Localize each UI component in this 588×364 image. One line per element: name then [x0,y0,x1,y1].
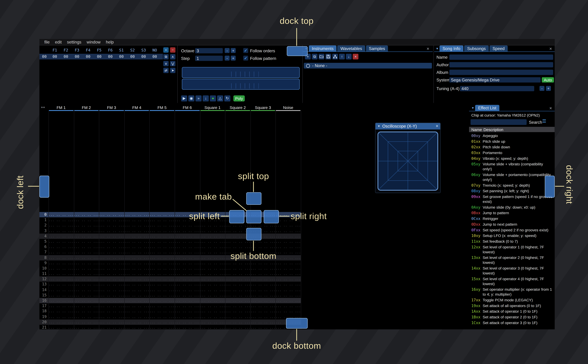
pattern-cell[interactable]: ... .. .. ... [149,228,175,234]
move-order-up-button[interactable]: ∧ [170,54,176,59]
pattern-cell[interactable]: ... .. .. ... [200,223,225,228]
remove-order-button[interactable]: − [170,47,176,53]
order-cell[interactable]: 00 [94,55,105,59]
pattern-cell[interactable]: ... .. .. ... [149,223,175,228]
pattern-cell[interactable]: ... .. .. ... [74,298,99,303]
pattern-cell[interactable]: ... .. .. ... [124,325,149,329]
pattern-cell[interactable]: ... .. .. ... [48,255,74,260]
pattern-cell[interactable]: ... .. .. ... [99,303,124,309]
oscilloscope-close-icon[interactable]: × [436,124,438,128]
octave-minus-button[interactable]: - [225,48,230,53]
record-button[interactable]: ● [210,95,216,102]
order-cell[interactable]: 00 [83,55,94,59]
pattern-cell[interactable]: ... .. .. ... [48,234,74,239]
pattern-cell[interactable]: ... .. .. ... [124,271,149,276]
pattern-cell[interactable]: ... .. .. ... [48,287,74,292]
pattern-cell[interactable]: ... .. .. ... [149,239,175,244]
pattern-cell[interactable]: ... .. .. ... [200,228,225,234]
pattern-cell[interactable]: ... .. .. ... [124,234,149,239]
pattern-cell[interactable]: ... .. .. ... [225,298,250,303]
pattern-cell[interactable]: ... .. .. ... [74,325,99,329]
instruments-close-icon[interactable]: × [427,46,429,51]
pattern-cell[interactable]: ... .. .. ... [74,217,99,223]
pattern-cell[interactable]: ... .. .. ... [124,228,149,234]
pattern-cell[interactable]: ... .. .. ... [74,266,99,271]
pattern-cell[interactable]: ... .. .. ... [175,276,200,282]
pattern-cell[interactable]: ... .. .. ... [276,282,301,287]
pattern-cell[interactable]: ... .. .. ... [200,282,225,287]
pattern-cell[interactable]: ... .. .. ... [99,292,124,298]
make-tab-target[interactable] [246,210,262,223]
pattern-cell[interactable]: ... .. .. ... [124,212,149,217]
pattern-cell[interactable]: ... .. .. ... [175,239,200,244]
pattern-cell[interactable]: ... .. .. ... [200,314,225,319]
pattern-cell[interactable]: ... .. .. ... [200,250,225,255]
name-field[interactable] [449,55,553,60]
pattern-cell[interactable]: ... .. .. ... [276,228,301,234]
pattern-cell[interactable]: ... .. .. ... [225,303,250,309]
move-instrument-down-button[interactable]: ↓ [346,54,352,59]
pattern-cell[interactable]: ... .. .. ... [200,303,225,309]
dock-left-target[interactable] [40,176,49,198]
pattern-cell[interactable]: ... .. .. ... [99,228,124,234]
pattern-cell[interactable]: ... .. .. ... [74,271,99,276]
pattern-cell[interactable]: ... .. .. ... [99,276,124,282]
pattern-cell[interactable]: ... .. .. ... [200,309,225,314]
pattern-cell[interactable]: ... .. .. ... [175,271,200,276]
pattern-cell[interactable]: ... .. .. ... [200,287,225,292]
effect-list-menu-icon[interactable]: ☰ [542,118,546,124]
pattern-cell[interactable]: ... .. .. ... [99,244,124,250]
split-left-target[interactable] [229,210,244,223]
pattern-cell[interactable]: ... .. .. ... [200,325,225,329]
menu-window[interactable]: window [84,40,103,44]
pattern-cell[interactable]: ... .. .. ... [175,319,200,325]
pattern-cell[interactable]: ... .. .. ... [250,271,276,276]
pattern-cell[interactable]: ... .. .. ... [99,298,124,303]
pattern-cell[interactable]: ... .. .. ... [276,239,301,244]
pattern-cell[interactable]: ... .. .. ... [225,319,250,325]
menu-settings[interactable]: settings [64,40,84,44]
pattern-cell[interactable]: ... .. .. ... [149,298,175,303]
pattern-cell[interactable]: ... .. .. ... [149,303,175,309]
pattern-cell[interactable]: ... .. .. ... [250,309,276,314]
pattern-cell[interactable]: ... .. .. ... [99,319,124,325]
channel-header-fm-3[interactable]: FM 3 [99,105,124,111]
pattern-cell[interactable]: ... .. .. ... [225,266,250,271]
channel-header-fm-6[interactable]: FM 6 [175,105,200,111]
pattern-cell[interactable]: ... .. .. ... [124,244,149,250]
pattern-cell[interactable]: ... .. .. ... [175,282,200,287]
pattern-cell[interactable]: ... .. .. ... [149,276,175,282]
pattern-cell[interactable]: ... .. .. ... [250,276,276,282]
pattern-cell[interactable]: ... .. .. ... [175,234,200,239]
pattern-cell[interactable]: ... .. .. ... [149,234,175,239]
split-right-target[interactable] [264,210,279,223]
pattern-cell[interactable]: ... .. .. ... [48,309,74,314]
song-info-close-icon[interactable]: × [549,46,552,51]
split-bottom-target[interactable] [246,228,262,240]
pattern-cell[interactable]: ... .. .. ... [48,303,74,309]
pattern-cell[interactable]: ... .. .. ... [74,276,99,282]
tuning-minus-button[interactable]: - [540,86,544,91]
pattern-cell[interactable]: ... .. .. ... [276,266,301,271]
pattern-cell[interactable]: ... .. .. ... [175,250,200,255]
piano-lower-row[interactable] [182,79,300,90]
pattern-cell[interactable]: ... .. .. ... [124,319,149,325]
pattern-cell[interactable]: ... .. .. ... [99,325,124,329]
pattern-cell[interactable]: ... .. .. ... [149,309,175,314]
pattern-cell[interactable]: ... .. .. ... [276,303,301,309]
pattern-cell[interactable]: ... .. .. ... [124,287,149,292]
pattern-cell[interactable]: ... .. .. ... [200,271,225,276]
pattern-cell[interactable]: ... .. .. ... [124,217,149,223]
pattern-cell[interactable]: ... .. .. ... [175,244,200,250]
tuning-plus-button[interactable]: + [546,86,551,91]
pattern-cell[interactable]: ... .. .. ... [99,287,124,292]
step-row-button[interactable]: » [195,95,202,102]
pattern-cell[interactable]: ... .. .. ... [48,217,74,223]
order-cell[interactable]: 00 [138,55,149,59]
pattern-cell[interactable]: ... .. .. ... [124,260,149,266]
pattern-cell[interactable]: ... .. .. ... [250,303,276,309]
pattern-cell[interactable]: ... .. .. ... [48,223,74,228]
pattern-cell[interactable]: ... .. .. ... [99,266,124,271]
pattern-cell[interactable]: ... .. .. ... [124,292,149,298]
pattern-cell[interactable]: ... .. .. ... [124,303,149,309]
